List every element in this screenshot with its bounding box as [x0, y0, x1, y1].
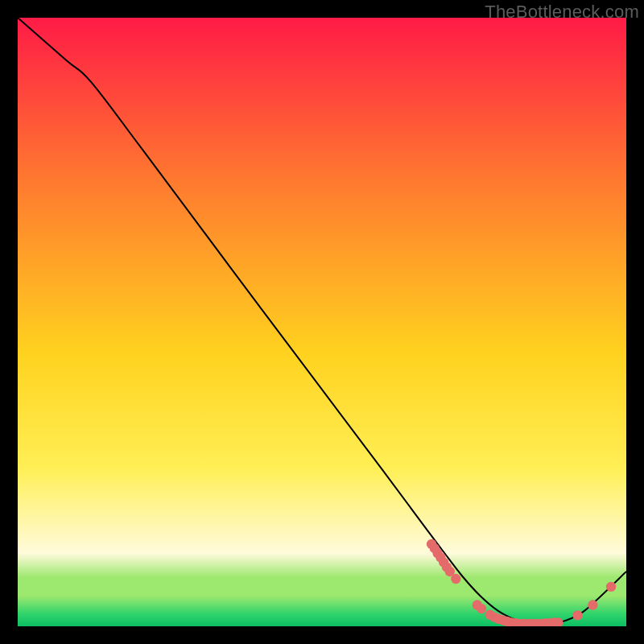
gradient-background — [18, 18, 626, 626]
data-dot — [451, 574, 460, 584]
watermark-text: TheBottleneck.com — [485, 2, 639, 23]
data-dot — [572, 610, 582, 620]
data-dot — [606, 582, 616, 592]
chart-svg — [18, 18, 626, 626]
data-dot — [588, 600, 597, 609]
data-dot — [477, 604, 486, 613]
plot-area — [18, 18, 626, 626]
chart-frame: TheBottleneck.com — [0, 0, 644, 644]
